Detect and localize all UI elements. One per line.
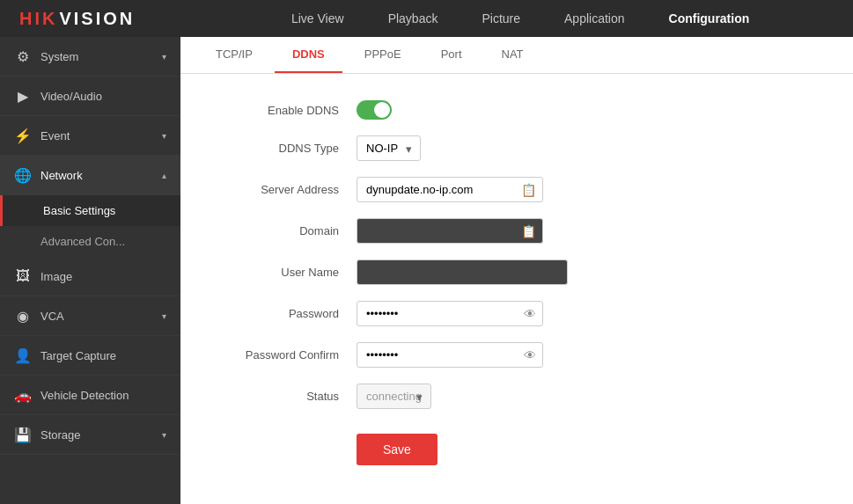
- sidebar-sub-label: Advanced Con...: [40, 235, 125, 248]
- password-confirm-row: Password Confirm 👁: [216, 342, 818, 368]
- toggle-slider: [357, 100, 392, 120]
- sidebar-item-label: Video/Audio: [40, 90, 166, 103]
- tab-ddns[interactable]: DDNS: [275, 37, 342, 73]
- sidebar-item-vca[interactable]: ◉ VCA ▾: [0, 296, 180, 336]
- enable-ddns-row: Enable DDNS: [216, 100, 818, 120]
- domain-row: Domain 📋: [216, 218, 818, 244]
- ddns-type-label: DDNS Type: [216, 142, 357, 155]
- sidebar-item-label: Target Capture: [40, 349, 166, 362]
- ddns-type-row: DDNS Type NO-IP DynDNS HiDDNS: [216, 135, 818, 161]
- password-input[interactable]: [357, 301, 543, 326]
- status-select-wrapper: connecting: [357, 383, 431, 409]
- server-address-input[interactable]: [357, 177, 543, 202]
- clipboard-icon: 📋: [521, 183, 536, 197]
- sidebar-item-label: Vehicle Detection: [40, 389, 166, 402]
- chevron-down-icon: ▾: [162, 131, 166, 141]
- sidebar-item-image[interactable]: 🖼 Image: [0, 257, 180, 296]
- sidebar-item-vehicledetection[interactable]: 🚗 Vehicle Detection: [0, 376, 180, 415]
- username-input[interactable]: [357, 259, 568, 285]
- domain-label: Domain: [216, 224, 357, 237]
- tab-pppoe[interactable]: PPPoE: [347, 37, 419, 73]
- sidebar-item-videoaudio[interactable]: ▶ Video/Audio: [0, 77, 180, 116]
- brand-logo: HIKVISION: [18, 9, 135, 29]
- sidebar-item-targetcapture[interactable]: 👤 Target Capture: [0, 336, 180, 376]
- password-label: Password: [216, 307, 357, 320]
- content-area: TCP/IP DDNS PPPoE Port NAT Enable DDNS D…: [180, 37, 853, 504]
- sidebar-item-event[interactable]: ⚡ Event ▾: [0, 116, 180, 156]
- sidebar-item-storage[interactable]: 💾 Storage ▾: [0, 415, 180, 455]
- server-address-label: Server Address: [216, 183, 357, 196]
- chevron-down-icon: ▾: [162, 311, 166, 321]
- save-row: Save: [216, 425, 818, 465]
- videoaudio-icon: ▶: [14, 87, 32, 105]
- ddns-type-select-wrapper: NO-IP DynDNS HiDDNS: [357, 135, 421, 161]
- enable-ddns-toggle[interactable]: [357, 100, 392, 120]
- chevron-down-icon: ▾: [162, 430, 166, 440]
- system-icon: ⚙: [14, 47, 32, 65]
- password-input-wrapper: 👁: [357, 301, 543, 326]
- username-input-wrapper: [357, 259, 568, 285]
- nav-configuration[interactable]: Configuration: [669, 11, 750, 26]
- tab-nat[interactable]: NAT: [484, 37, 541, 73]
- sidebar: ⚙ System ▾ ▶ Video/Audio ⚡ Event ▾ 🌐 Net…: [0, 37, 180, 504]
- username-row: User Name: [216, 259, 818, 285]
- sidebar-item-network[interactable]: 🌐 Network ▴: [0, 156, 180, 195]
- event-icon: ⚡: [14, 127, 32, 144]
- server-address-input-wrapper: 📋: [357, 177, 543, 202]
- username-label: User Name: [216, 266, 357, 279]
- sidebar-item-system[interactable]: ⚙ System ▾: [0, 37, 180, 77]
- chevron-down-icon: ▾: [162, 52, 166, 62]
- sidebar-item-label: System: [40, 50, 162, 63]
- sidebar-item-label: VCA: [40, 310, 162, 323]
- ddns-form: Enable DDNS DDNS Type NO-IP DynDNS HiDDN…: [180, 74, 853, 504]
- ddns-type-select[interactable]: NO-IP DynDNS HiDDNS: [357, 135, 421, 161]
- network-icon: 🌐: [14, 166, 32, 184]
- sidebar-item-label: Event: [40, 129, 162, 142]
- sidebar-item-basicsettings[interactable]: Basic Settings: [0, 195, 180, 226]
- image-icon: 🖼: [14, 267, 32, 285]
- vehicledetection-icon: 🚗: [14, 386, 32, 404]
- storage-icon: 💾: [14, 426, 32, 443]
- nav-picture[interactable]: Picture: [482, 11, 520, 26]
- sidebar-item-advancedcon[interactable]: Advanced Con...: [0, 226, 180, 257]
- tab-port[interactable]: Port: [423, 37, 480, 73]
- domain-input[interactable]: [357, 218, 543, 244]
- enable-ddns-label: Enable DDNS: [216, 104, 357, 117]
- sidebar-sub-label: Basic Settings: [43, 204, 115, 217]
- status-label: Status: [216, 390, 357, 403]
- tab-bar: TCP/IP DDNS PPPoE Port NAT: [180, 37, 853, 74]
- chevron-up-icon: ▴: [162, 171, 166, 180]
- password-row: Password 👁: [216, 301, 818, 326]
- top-nav: HIKVISION Live View Playback Picture App…: [0, 0, 853, 37]
- sidebar-item-label: Image: [40, 270, 166, 283]
- status-row: Status connecting: [216, 383, 818, 409]
- server-address-row: Server Address 📋: [216, 177, 818, 202]
- save-button[interactable]: Save: [357, 434, 438, 465]
- tab-tcpip[interactable]: TCP/IP: [198, 37, 270, 73]
- domain-input-wrapper: 📋: [357, 218, 543, 244]
- clipboard-icon: 📋: [521, 224, 536, 238]
- password-confirm-input-wrapper: 👁: [357, 342, 543, 368]
- password-confirm-input[interactable]: [357, 342, 543, 368]
- password-confirm-label: Password Confirm: [216, 348, 357, 362]
- top-nav-links: Live View Playback Picture Application C…: [205, 11, 835, 26]
- status-select[interactable]: connecting: [357, 383, 431, 409]
- eye-icon[interactable]: 👁: [524, 348, 536, 362]
- nav-liveview[interactable]: Live View: [291, 11, 344, 26]
- nav-playback[interactable]: Playback: [388, 11, 438, 26]
- sidebar-item-label: Storage: [40, 428, 162, 442]
- targetcapture-icon: 👤: [14, 347, 32, 364]
- eye-icon[interactable]: 👁: [524, 307, 536, 321]
- main-layout: ⚙ System ▾ ▶ Video/Audio ⚡ Event ▾ 🌐 Net…: [0, 37, 853, 504]
- vca-icon: ◉: [14, 307, 32, 325]
- sidebar-item-label: Network: [40, 169, 162, 182]
- nav-application[interactable]: Application: [564, 11, 625, 26]
